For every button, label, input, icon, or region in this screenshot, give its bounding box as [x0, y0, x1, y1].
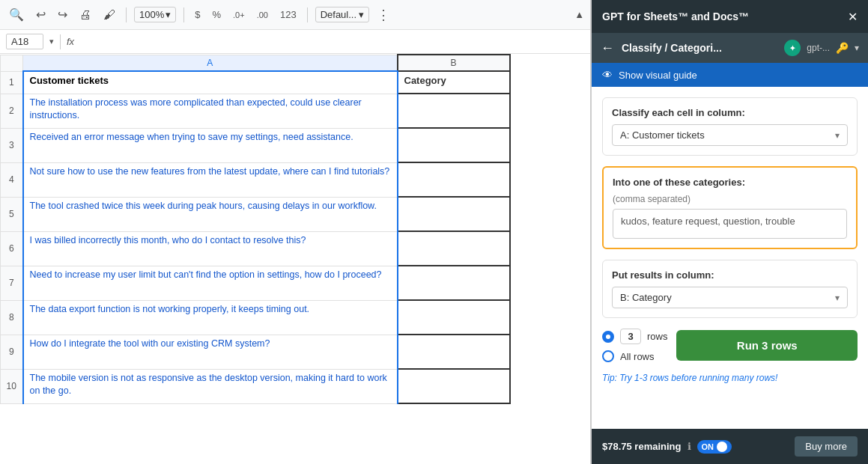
- col-a-cell[interactable]: The tool crashed twice this week during …: [23, 197, 398, 231]
- currency-btn[interactable]: $: [192, 7, 203, 22]
- col-a-cell[interactable]: Customer tickets: [23, 71, 398, 94]
- decimal-more-btn[interactable]: .00: [254, 9, 271, 21]
- run-button[interactable]: Run 3 rows: [676, 330, 858, 361]
- classify-column-value: A: Customer tickets: [620, 129, 705, 141]
- row-number: 1: [1, 71, 23, 94]
- formula-input[interactable]: [80, 36, 584, 47]
- all-rows-label: All rows: [620, 351, 655, 362]
- table-row[interactable]: 4Not sure how to use the new features fr…: [1, 162, 510, 197]
- info-icon[interactable]: ℹ: [688, 441, 691, 452]
- toolbar-divider-2: [183, 7, 184, 22]
- row-number: 5: [1, 197, 23, 231]
- tip-label: Tip:: [602, 373, 619, 383]
- table-row[interactable]: 2The installation process was more compl…: [1, 94, 510, 128]
- rows-radio-btn[interactable]: [602, 331, 614, 343]
- toolbar-divider-3: [307, 7, 308, 22]
- row-number: 9: [1, 335, 23, 369]
- nav-chevron[interactable]: ▾: [855, 43, 859, 53]
- copy-format-icon[interactable]: 🖌: [100, 5, 118, 25]
- col-a-cell[interactable]: Received an error message when trying to…: [23, 128, 398, 162]
- rows-label: rows: [647, 331, 667, 342]
- classify-column-dropdown[interactable]: A: Customer tickets ▾: [612, 124, 848, 146]
- table-row[interactable]: 5The tool crashed twice this week during…: [1, 197, 510, 231]
- categories-section: Into one of these categories: (comma sep…: [602, 166, 858, 249]
- col-a-cell[interactable]: I was billed incorrectly this month, who…: [23, 231, 398, 266]
- run-section: 3 rows All rows Run 3 rows: [602, 329, 858, 362]
- col-a-header[interactable]: A: [23, 55, 398, 71]
- row-number: 8: [1, 300, 23, 335]
- row-number: 7: [1, 266, 23, 300]
- table-row[interactable]: 7Need to increase my user limit but can'…: [1, 266, 510, 300]
- visual-guide-bar[interactable]: 👁 Show visual guide: [592, 63, 868, 87]
- format-selector[interactable]: Defaul... ▾: [315, 7, 369, 22]
- panel-close-btn[interactable]: ✕: [848, 10, 858, 24]
- col-b-cell[interactable]: [398, 94, 510, 128]
- results-column-value: B: Category: [620, 292, 672, 303]
- results-column-dropdown[interactable]: B: Category ▾: [612, 287, 848, 308]
- sheet-grid[interactable]: A B 1Customer ticketsCategory2The instal…: [0, 54, 590, 464]
- toolbar-more-btn[interactable]: ⋮: [377, 7, 390, 23]
- col-b-header[interactable]: B: [398, 55, 510, 71]
- col-b-cell[interactable]: [398, 369, 510, 403]
- col-a-cell[interactable]: The mobile version is not as responsive …: [23, 369, 398, 403]
- panel-back-btn[interactable]: ←: [601, 40, 614, 56]
- percent-btn[interactable]: %: [209, 7, 224, 22]
- zoom-selector[interactable]: 100% ▾: [134, 7, 176, 22]
- undo-icon[interactable]: ↩: [33, 4, 49, 25]
- cell-reference[interactable]: A18: [6, 34, 43, 49]
- categories-value: kudos, feature request, question, troubl…: [621, 216, 795, 227]
- categories-input[interactable]: kudos, feature request, question, troubl…: [613, 209, 847, 239]
- print-icon[interactable]: 🖨: [76, 5, 94, 25]
- col-b-cell[interactable]: [398, 162, 510, 197]
- rows-count-box[interactable]: 3: [620, 329, 641, 344]
- col-a-cell[interactable]: How do I integrate the tool with our exi…: [23, 335, 398, 369]
- column-headers: A B: [1, 55, 510, 71]
- decimal-increase-btn[interactable]: .0+: [230, 9, 248, 21]
- table-row[interactable]: 10The mobile version is not as responsiv…: [1, 369, 510, 403]
- all-rows-radio-btn[interactable]: [602, 350, 614, 362]
- formula-divider: [60, 34, 61, 49]
- toolbar: 🔍 ↩ ↪ 🖨 🖌 100% ▾ $ % .0+ .00 123 Defaul.…: [0, 0, 590, 30]
- buy-more-button[interactable]: Buy more: [795, 436, 858, 457]
- all-rows-radio-row[interactable]: All rows: [602, 350, 667, 362]
- eye-icon: 👁: [602, 69, 613, 81]
- col-b-cell[interactable]: [398, 335, 510, 369]
- classify-section: Classify each cell in column: A: Custome…: [602, 97, 858, 156]
- col-b-cell[interactable]: [398, 266, 510, 300]
- toggle-on[interactable]: ON: [697, 440, 732, 454]
- col-b-cell[interactable]: [398, 197, 510, 231]
- toolbar-divider-1: [126, 7, 127, 22]
- col-b-cell[interactable]: [398, 128, 510, 162]
- table-row[interactable]: 9How do I integrate the tool with our ex…: [1, 335, 510, 369]
- table-row[interactable]: 1Customer ticketsCategory: [1, 71, 510, 94]
- table-row[interactable]: 3Received an error message when trying t…: [1, 128, 510, 162]
- col-b-cell[interactable]: Category: [398, 71, 510, 94]
- col-a-cell[interactable]: Need to increase my user limit but can't…: [23, 266, 398, 300]
- toolbar-collapse-btn[interactable]: ▲: [574, 9, 584, 20]
- panel-header: GPT for Sheets™ and Docs™ ✕: [592, 0, 868, 33]
- redo-icon[interactable]: ↪: [55, 4, 70, 25]
- col-a-cell[interactable]: The data export function is not working …: [23, 300, 398, 335]
- panel-header-icons: ✕: [848, 10, 858, 24]
- rows-radio-row[interactable]: 3 rows: [602, 329, 667, 344]
- panel-content: Classify each cell in column: A: Custome…: [592, 87, 868, 429]
- sheet-table: A B 1Customer ticketsCategory2The instal…: [0, 54, 511, 404]
- col-a-cell[interactable]: Not sure how to use the new features fro…: [23, 162, 398, 197]
- categories-sublabel: (comma separated): [613, 194, 847, 204]
- results-label: Put results in column:: [612, 269, 848, 281]
- col-b-cell[interactable]: [398, 300, 510, 335]
- table-row[interactable]: 8The data export function is not working…: [1, 300, 510, 335]
- balance-text: $78.75 remaining: [602, 441, 682, 452]
- search-icon[interactable]: 🔍: [6, 4, 27, 25]
- cell-ref-arrow: ▾: [49, 37, 54, 46]
- number-btn[interactable]: 123: [277, 7, 300, 22]
- toggle-circle: [717, 442, 727, 452]
- row-number: 6: [1, 231, 23, 266]
- results-dropdown-chevron: ▾: [835, 293, 840, 303]
- col-a-cell[interactable]: The installation process was more compli…: [23, 94, 398, 128]
- table-row[interactable]: 6I was billed incorrectly this month, wh…: [1, 231, 510, 266]
- radio-group: 3 rows All rows: [602, 329, 667, 362]
- spreadsheet-area: 🔍 ↩ ↪ 🖨 🖌 100% ▾ $ % .0+ .00 123 Defaul.…: [0, 0, 591, 464]
- row-number: 3: [1, 128, 23, 162]
- col-b-cell[interactable]: [398, 231, 510, 266]
